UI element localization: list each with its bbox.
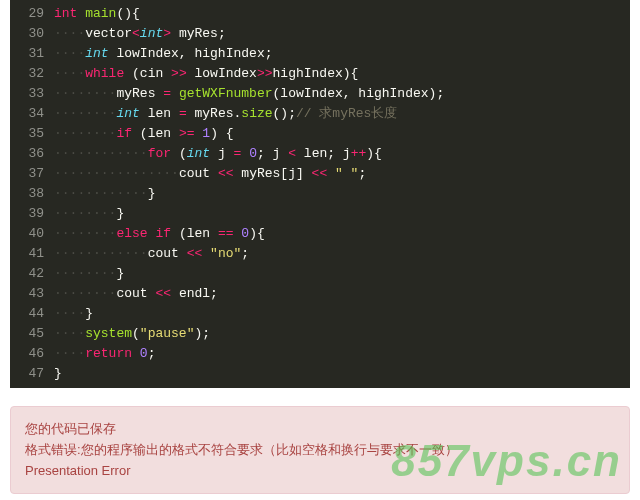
code-content: ········if (len >= 1) {	[54, 124, 234, 144]
code-content: }	[54, 364, 62, 384]
code-line: 46····return 0;	[10, 344, 630, 364]
code-editor: 29int main(){30····vector<int> myRes;31·…	[10, 0, 630, 388]
line-number: 30	[10, 24, 54, 44]
code-content: ········cout << endl;	[54, 284, 218, 304]
line-number: 46	[10, 344, 54, 364]
code-line: 36············for (int j = 0; j < len; j…	[10, 144, 630, 164]
code-line: 41············cout << "no";	[10, 244, 630, 264]
code-content: ····system("pause");	[54, 324, 210, 344]
line-number: 35	[10, 124, 54, 144]
line-number: 39	[10, 204, 54, 224]
code-content: ············for (int j = 0; j < len; j++…	[54, 144, 382, 164]
code-content: ········}	[54, 204, 124, 224]
code-content: ········myRes = getWXFnumber(lowIndex, h…	[54, 84, 444, 104]
code-line: 37················cout << myRes[j] << " …	[10, 164, 630, 184]
code-line: 31····int lowIndex, highIndex;	[10, 44, 630, 64]
code-line: 40········else if (len == 0){	[10, 224, 630, 244]
code-content: ············}	[54, 184, 155, 204]
code-content: ········int len = myRes.size();// 求myRes…	[54, 104, 397, 124]
code-line: 35········if (len >= 1) {	[10, 124, 630, 144]
line-number: 36	[10, 144, 54, 164]
code-line: 47}	[10, 364, 630, 384]
code-content: ········}	[54, 264, 124, 284]
code-content: ····}	[54, 304, 93, 324]
error-line-3: Presentation Error	[25, 461, 615, 482]
code-content: ············cout << "no";	[54, 244, 249, 264]
line-number: 42	[10, 264, 54, 284]
line-number: 41	[10, 244, 54, 264]
error-alert: 您的代码已保存 格式错误:您的程序输出的格式不符合要求（比如空格和换行与要求不一…	[10, 406, 630, 494]
code-line: 29int main(){	[10, 4, 630, 24]
code-line: 32····while (cin >> lowIndex>>highIndex)…	[10, 64, 630, 84]
line-number: 38	[10, 184, 54, 204]
code-line: 39········}	[10, 204, 630, 224]
code-line: 34········int len = myRes.size();// 求myR…	[10, 104, 630, 124]
code-line: 43········cout << endl;	[10, 284, 630, 304]
code-content: ····vector<int> myRes;	[54, 24, 226, 44]
line-number: 40	[10, 224, 54, 244]
code-line: 44····}	[10, 304, 630, 324]
line-number: 45	[10, 324, 54, 344]
code-content: ················cout << myRes[j] << " ";	[54, 164, 366, 184]
code-line: 42········}	[10, 264, 630, 284]
line-number: 44	[10, 304, 54, 324]
error-line-1: 您的代码已保存	[25, 419, 615, 440]
line-number: 47	[10, 364, 54, 384]
code-content: int main(){	[54, 4, 140, 24]
code-line: 33········myRes = getWXFnumber(lowIndex,…	[10, 84, 630, 104]
line-number: 33	[10, 84, 54, 104]
code-line: 30····vector<int> myRes;	[10, 24, 630, 44]
code-line: 45····system("pause");	[10, 324, 630, 344]
code-content: ····return 0;	[54, 344, 155, 364]
line-number: 31	[10, 44, 54, 64]
code-content: ····while (cin >> lowIndex>>highIndex){	[54, 64, 358, 84]
code-content: ····int lowIndex, highIndex;	[54, 44, 273, 64]
line-number: 34	[10, 104, 54, 124]
line-number: 37	[10, 164, 54, 184]
code-content: ········else if (len == 0){	[54, 224, 265, 244]
line-number: 32	[10, 64, 54, 84]
error-line-2: 格式错误:您的程序输出的格式不符合要求（比如空格和换行与要求不一致）	[25, 440, 615, 461]
line-number: 43	[10, 284, 54, 304]
line-number: 29	[10, 4, 54, 24]
code-line: 38············}	[10, 184, 630, 204]
